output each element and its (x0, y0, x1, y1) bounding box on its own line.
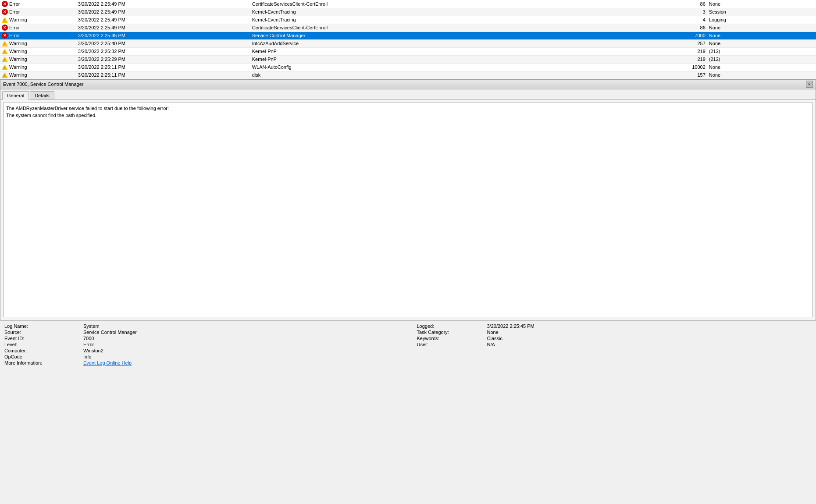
level-text: Error (9, 1, 20, 7)
level-cell: Warning (0, 63, 76, 71)
source-cell: Kernel-PnP (250, 55, 642, 63)
level-cell: Warning (0, 39, 76, 47)
source-cell: CertificateServicesClient-CertEnroll (250, 24, 642, 32)
event-message-box: The AMDRyzenMasterDriver service failed … (3, 103, 813, 317)
source-cell: Kernel-EventTracing (250, 16, 642, 24)
table-row[interactable]: Warning3/20/2022 2:25:11 PMWLAN-AutoConf… (0, 63, 816, 71)
source-cell: Kernel-PnP (250, 47, 642, 55)
warning-icon (2, 17, 8, 23)
dialog-content-area: The AMDRyzenMasterDriver service failed … (0, 100, 816, 320)
table-row[interactable]: Error3/20/2022 2:25:49 PMKernel-EventTra… (0, 8, 816, 16)
eventid-cell: 3 (642, 8, 707, 16)
table-row[interactable]: Warning3/20/2022 2:25:11 PMdisk157None (0, 71, 816, 79)
error-icon (2, 1, 8, 7)
logged-value: 3/20/2022 2:25:45 PM (487, 323, 812, 329)
source-cell: Kernel-EventTracing (250, 8, 642, 16)
computer-value: Winston2 (83, 348, 408, 353)
datetime-cell: 3/20/2022 2:25:11 PM (76, 71, 250, 79)
eventid-cell: 257 (642, 39, 707, 47)
log-name-label: Log Name: (4, 323, 83, 329)
eventid-cell: 219 (642, 47, 707, 55)
event-log-online-help-link[interactable]: Event Log Online Help (83, 360, 132, 366)
task-cell: Logging (707, 16, 816, 24)
datetime-cell: 3/20/2022 2:25:29 PM (76, 55, 250, 63)
dialog-close-button[interactable]: × (806, 81, 813, 88)
event-message-line2: The system cannot find the path specifie… (6, 113, 96, 118)
datetime-cell: 3/20/2022 2:25:40 PM (76, 39, 250, 47)
level-text: Error (9, 25, 20, 30)
datetime-cell: 3/20/2022 2:25:32 PM (76, 47, 250, 55)
table-row[interactable]: Error3/20/2022 2:25:45 PMService Control… (0, 32, 816, 39)
task-cell: None (707, 71, 816, 79)
opcode-label: OpCode: (4, 354, 83, 359)
level-cell: Warning (0, 71, 76, 79)
eventid-cell: 219 (642, 55, 707, 63)
datetime-cell: 3/20/2022 2:25:45 PM (76, 32, 250, 39)
log-name-value: System (83, 323, 408, 329)
tab-general[interactable]: General (2, 91, 29, 100)
level-text: Error (9, 9, 20, 14)
source-label: Source: (4, 330, 83, 335)
source-cell: Service Control Manager (250, 32, 642, 39)
logged-label: Logged: (408, 323, 487, 329)
warning-icon (2, 41, 8, 46)
level-text: Warning (9, 57, 27, 62)
level-text: Warning (9, 72, 27, 78)
table-row[interactable]: Warning3/20/2022 2:25:32 PMKernel-PnP219… (0, 47, 816, 55)
table-row[interactable]: Error3/20/2022 2:25:49 PMCertificateServ… (0, 24, 816, 32)
datetime-cell: 3/20/2022 2:25:49 PM (76, 16, 250, 24)
task-cell: None (707, 63, 816, 71)
level-cell: Warning (0, 16, 76, 24)
task-cell: (212) (707, 47, 816, 55)
level-cell: Warning (0, 55, 76, 63)
datetime-cell: 3/20/2022 2:25:11 PM (76, 63, 250, 71)
task-cell: None (707, 39, 816, 47)
error-icon (2, 25, 8, 31)
table-row[interactable]: Warning3/20/2022 2:25:49 PMKernel-EventT… (0, 16, 816, 24)
warning-icon (2, 49, 8, 54)
warning-icon (2, 72, 8, 78)
tab-details[interactable]: Details (30, 91, 54, 99)
source-cell: WLAN-AutoConfig (250, 63, 642, 71)
level-value: Error (83, 342, 408, 347)
eventid-cell: 4 (642, 16, 707, 24)
eventid-cell: 7000 (642, 32, 707, 39)
source-value: Service Control Manager (83, 330, 408, 335)
source-cell: IntcAzAudAddService (250, 39, 642, 47)
tab-bar: General Details (0, 89, 816, 100)
task-cell: None (707, 24, 816, 32)
dialog-title: Event 7000, Service Control Manager (3, 82, 83, 87)
datetime-cell: 3/20/2022 2:25:49 PM (76, 24, 250, 32)
error-icon (2, 9, 8, 15)
task-cell: None (707, 32, 816, 39)
level-label: Level: (4, 342, 83, 347)
keywords-value: Classic (487, 336, 812, 341)
level-text: Error (9, 33, 20, 38)
task-category-label: Task Category: (408, 330, 487, 335)
task-category-value: None (487, 330, 812, 335)
level-cell: Warning (0, 47, 76, 55)
event-detail-dialog: Event 7000, Service Control Manager × Ge… (0, 79, 816, 320)
eventid-cell: 86 (642, 0, 707, 8)
user-label: User: (408, 342, 487, 347)
warning-icon (2, 64, 8, 70)
level-text: Warning (9, 64, 27, 70)
warning-icon (2, 57, 8, 62)
level-text: Warning (9, 49, 27, 54)
task-cell: (212) (707, 55, 816, 63)
level-cell: Error (0, 32, 76, 39)
event-id-label: Event ID: (4, 336, 83, 341)
event-metadata-panel: Log Name: System Logged: 3/20/2022 2:25:… (0, 320, 816, 368)
keywords-label: Keywords: (408, 336, 487, 341)
source-cell: disk (250, 71, 642, 79)
level-cell: Error (0, 0, 76, 8)
table-row[interactable]: Error3/20/2022 2:25:49 PMCertificateServ… (0, 0, 816, 8)
eventid-cell: 157 (642, 71, 707, 79)
level-text: Warning (9, 41, 27, 46)
table-row[interactable]: Warning3/20/2022 2:25:40 PMIntcAzAudAddS… (0, 39, 816, 47)
event-id-value: 7000 (83, 336, 408, 341)
source-cell: CertificateServicesClient-CertEnroll (250, 0, 642, 8)
table-row[interactable]: Warning3/20/2022 2:25:29 PMKernel-PnP219… (0, 55, 816, 63)
datetime-cell: 3/20/2022 2:25:49 PM (76, 8, 250, 16)
error-icon (2, 32, 8, 39)
